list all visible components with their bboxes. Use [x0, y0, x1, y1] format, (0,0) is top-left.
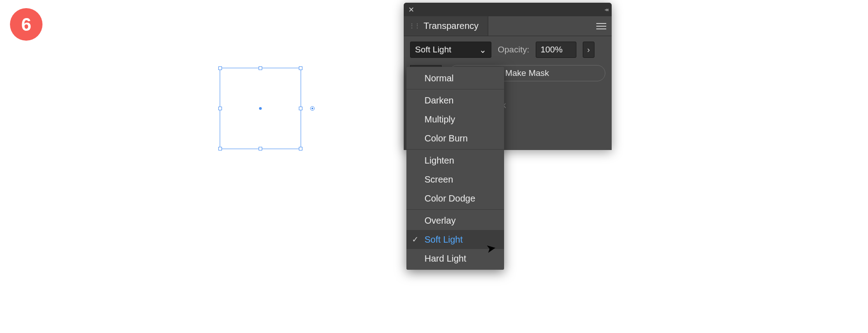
step-badge: 6 — [10, 8, 42, 41]
opacity-flyout-button[interactable]: › — [583, 42, 594, 58]
opacity-value: 100% — [541, 45, 563, 55]
menu-item-overlay[interactable]: Overlay — [406, 211, 504, 230]
menu-item-lighten[interactable]: Lighten — [406, 151, 504, 170]
opacity-input[interactable]: 100% — [536, 42, 576, 58]
panel-tabbar: ⋮⋮ Transparency — [404, 16, 612, 36]
artboard[interactable] — [72, 68, 407, 181]
menu-item-screen[interactable]: Screen — [406, 170, 504, 189]
blend-mode-select[interactable]: Soft Light ⌄ — [410, 42, 491, 58]
panel-menu-icon[interactable] — [596, 23, 606, 29]
grip-icon: ⋮⋮ — [409, 25, 420, 27]
blend-mode-value: Soft Light — [415, 45, 451, 55]
panel-titlebar[interactable]: ✕ ◂◂ — [404, 3, 612, 16]
opacity-label: Opacity: — [498, 45, 529, 55]
close-icon[interactable]: ✕ — [408, 5, 414, 14]
collapse-icon[interactable]: ◂◂ — [604, 6, 607, 13]
menu-item-color-burn[interactable]: Color Burn — [406, 129, 504, 148]
menu-item-normal[interactable]: Normal — [406, 69, 504, 88]
menu-item-color-dodge[interactable]: Color Dodge — [406, 189, 504, 208]
transparency-panel: ✕ ◂◂ ⋮⋮ Transparency Soft Light ⌄ Opacit… — [404, 3, 612, 150]
menu-item-darken[interactable]: Darken — [406, 91, 504, 110]
menu-item-multiply[interactable]: Multiply — [406, 110, 504, 129]
chevron-down-icon: ⌄ — [479, 45, 486, 55]
blend-mode-dropdown: Normal Darken Multiply Color Burn Lighte… — [406, 67, 504, 270]
tab-label: Transparency — [424, 21, 479, 31]
circle-shape[interactable] — [326, 68, 407, 149]
tab-transparency[interactable]: ⋮⋮ Transparency — [404, 16, 488, 36]
